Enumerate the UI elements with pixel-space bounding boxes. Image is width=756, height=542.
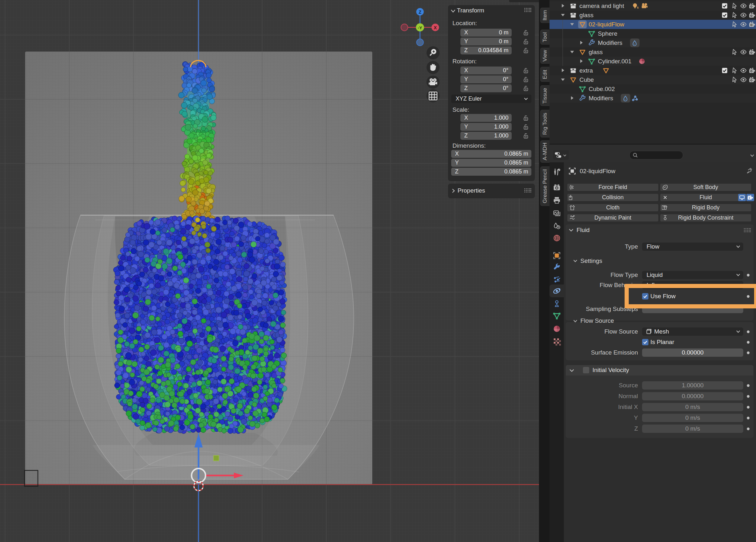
svg-text:Z: Z	[419, 10, 422, 15]
svg-text:X: X	[434, 25, 437, 30]
svg-text:-Y: -Y	[418, 25, 422, 30]
svg-text:5: 5	[637, 6, 639, 9]
